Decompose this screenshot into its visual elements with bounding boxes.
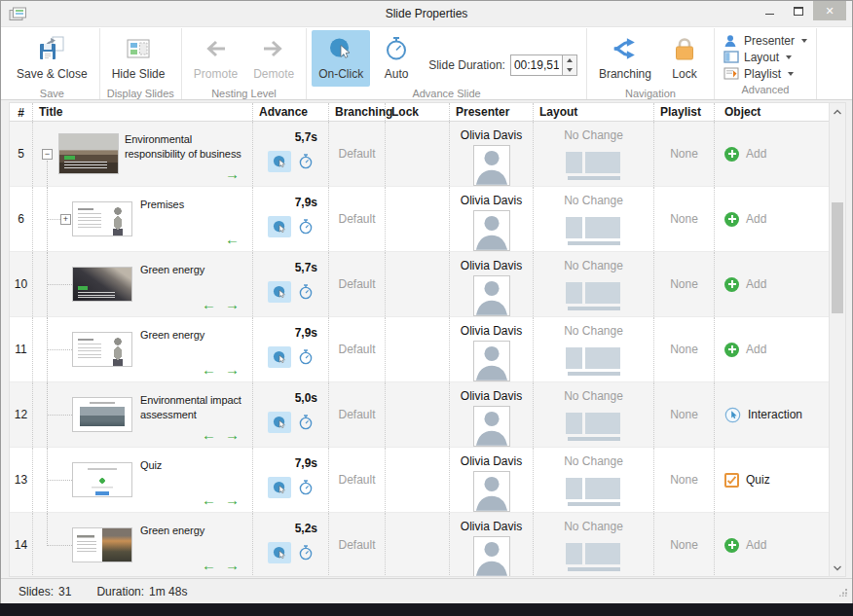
move-left-arrow[interactable]: ← — [202, 297, 216, 311]
column-header-branching[interactable]: Branching — [329, 103, 386, 121]
slide-duration-spinner[interactable] — [563, 54, 577, 76]
column-header-layout[interactable]: Layout — [534, 103, 654, 121]
move-right-arrow[interactable]: → — [225, 558, 240, 572]
move-right-arrow[interactable]: → — [225, 362, 240, 377]
presenter-cell[interactable]: Olivia Davis — [450, 448, 534, 512]
auto-advance-button[interactable] — [298, 284, 314, 300]
lock-cell[interactable] — [386, 317, 450, 381]
layout-cell[interactable]: No Change — [534, 317, 654, 381]
on-click-advance-button[interactable] — [268, 346, 291, 368]
expand-toggle[interactable]: − — [42, 149, 53, 160]
move-left-arrow[interactable]: ← — [202, 492, 216, 507]
branching-cell[interactable]: Default — [329, 122, 386, 186]
lock-button[interactable]: Lock — [660, 30, 709, 87]
branching-cell[interactable]: Default — [329, 317, 386, 381]
on-click-button[interactable]: On-Click — [312, 30, 370, 87]
on-click-advance-button[interactable] — [268, 281, 291, 303]
layout-cell[interactable]: No Change — [534, 513, 654, 576]
branching-cell[interactable]: Default — [329, 252, 386, 316]
lock-cell[interactable] — [386, 187, 450, 251]
move-right-arrow[interactable]: → — [225, 427, 240, 442]
playlist-menu[interactable]: Playlist — [720, 66, 811, 82]
playlist-cell[interactable]: None — [654, 448, 715, 512]
demote-button[interactable]: Demote — [246, 30, 301, 87]
object-add-label[interactable]: Add — [746, 147, 766, 161]
layout-cell[interactable]: No Change — [534, 252, 654, 316]
presenter-cell[interactable]: Olivia Davis — [450, 252, 534, 316]
presenter-cell[interactable]: Olivia Davis — [450, 382, 534, 447]
slide-thumbnail[interactable] — [72, 201, 132, 236]
on-click-advance-button[interactable] — [268, 412, 291, 433]
column-header-number[interactable]: # — [10, 103, 33, 121]
minimize-button[interactable] — [755, 1, 784, 20]
column-header-lock[interactable]: Lock — [386, 103, 450, 121]
column-header-object[interactable]: Object — [715, 103, 829, 121]
move-right-arrow[interactable]: → — [225, 297, 240, 311]
move-left-arrow[interactable]: ← — [202, 362, 216, 377]
move-left-arrow[interactable]: ← — [202, 427, 216, 442]
presenter-cell[interactable]: Olivia Davis — [450, 317, 534, 381]
slide-thumbnail[interactable] — [72, 332, 132, 367]
presenter-cell[interactable]: Olivia Davis — [450, 187, 534, 251]
expand-toggle[interactable]: + — [60, 214, 71, 225]
slide-thumbnail[interactable] — [72, 527, 132, 562]
lock-cell[interactable] — [386, 122, 450, 186]
layout-cell[interactable]: No Change — [534, 187, 654, 251]
add-icon[interactable] — [724, 212, 739, 227]
lock-cell[interactable] — [386, 513, 450, 576]
auto-button[interactable]: Auto — [372, 30, 421, 87]
branching-cell[interactable]: Default — [329, 382, 386, 447]
move-right-arrow[interactable]: → — [225, 166, 240, 181]
object-add-label[interactable]: Add — [746, 277, 766, 291]
presenter-cell[interactable]: Olivia Davis — [450, 513, 534, 576]
maximize-button[interactable] — [784, 1, 813, 20]
close-button[interactable]: ✕ — [813, 1, 846, 20]
table-row[interactable]: 6+Premises←7,9sDefaultOlivia DavisNo Cha… — [10, 187, 829, 252]
slide-thumbnail[interactable] — [72, 462, 132, 497]
slide-thumbnail[interactable] — [72, 397, 132, 432]
scroll-up-button[interactable] — [830, 104, 845, 119]
playlist-cell[interactable]: None — [654, 187, 715, 251]
branching-cell[interactable]: Default — [329, 513, 386, 576]
vertical-scrollbar[interactable] — [829, 103, 845, 576]
hide-slide-button[interactable]: Hide Slide — [105, 30, 172, 87]
spinner-down[interactable] — [563, 65, 576, 75]
playlist-cell[interactable]: None — [654, 317, 715, 381]
presenter-cell[interactable]: Olivia Davis — [450, 122, 534, 186]
add-icon[interactable] — [724, 277, 739, 292]
scrollbar-thumb[interactable] — [832, 202, 843, 313]
quiz-icon[interactable] — [724, 473, 739, 488]
promote-button[interactable]: Promote — [187, 30, 244, 87]
table-row[interactable]: 10Green energy←→5,7sDefaultOlivia DavisN… — [10, 252, 829, 317]
layout-cell[interactable]: No Change — [534, 122, 654, 186]
on-click-advance-button[interactable] — [268, 542, 291, 563]
auto-advance-button[interactable] — [298, 219, 314, 235]
move-left-arrow[interactable]: ← — [202, 558, 216, 572]
object-add-label[interactable]: Add — [746, 343, 766, 356]
move-left-arrow[interactable]: ← — [225, 232, 240, 246]
table-row[interactable]: 11Green energy←→7,9sDefaultOlivia DavisN… — [10, 317, 829, 382]
column-header-advance[interactable]: Advance — [253, 103, 329, 121]
scroll-down-button[interactable] — [830, 561, 845, 575]
add-icon[interactable] — [724, 343, 739, 357]
auto-advance-button[interactable] — [298, 545, 314, 561]
branching-cell[interactable]: Default — [329, 448, 386, 512]
on-click-advance-button[interactable] — [268, 477, 291, 498]
table-row[interactable]: 12Environmental impact assessment←→5,0sD… — [10, 382, 829, 448]
branching-button[interactable]: Branching — [592, 30, 658, 87]
branching-cell[interactable]: Default — [329, 187, 386, 251]
move-right-arrow[interactable]: → — [225, 492, 240, 507]
table-row[interactable]: 14Green energy←→5,2sDefaultOlivia DavisN… — [10, 513, 829, 576]
object-add-label[interactable]: Add — [746, 538, 766, 552]
playlist-cell[interactable]: None — [654, 382, 715, 447]
object-interaction-label[interactable]: Interaction — [748, 408, 802, 421]
auto-advance-button[interactable] — [298, 349, 314, 365]
object-add-label[interactable]: Add — [746, 212, 766, 226]
on-click-advance-button[interactable] — [268, 216, 291, 237]
presenter-menu[interactable]: Presenter — [720, 33, 811, 49]
auto-advance-button[interactable] — [298, 154, 314, 169]
playlist-cell[interactable]: None — [654, 513, 715, 576]
interaction-object[interactable] — [724, 407, 741, 423]
slide-duration-input[interactable] — [510, 54, 563, 76]
playlist-cell[interactable]: None — [654, 122, 715, 186]
